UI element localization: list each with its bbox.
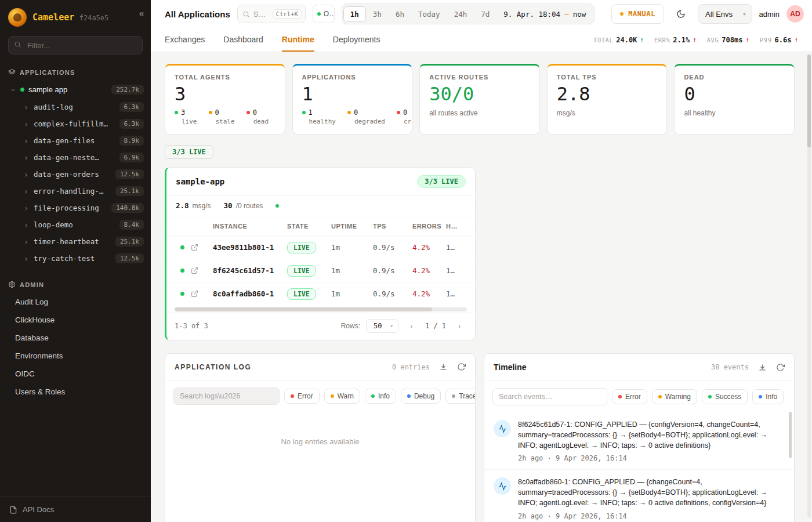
timeline-panel: Timeline 38 events [484, 353, 795, 522]
sidebar: Cameleer f24a5e5 « APPLICATIONS › sample… [0, 0, 151, 522]
page-scrollbar[interactable] [807, 55, 811, 517]
time-range-6h[interactable]: 6h [389, 6, 411, 22]
brand-name: Cameleer [32, 12, 74, 23]
timeline-events-count: 38 events [711, 363, 749, 371]
table-row[interactable]: 43ee9811b801-1 LIVE 1m 0.9/s 4.2% 1… [166, 235, 475, 259]
degraded-dot [347, 111, 351, 114]
app-root: Cameleer f24a5e5 « APPLICATIONS › sample… [0, 0, 812, 522]
manual-dot [620, 12, 624, 16]
rows-label: Rows: [341, 322, 360, 330]
chevron-down-icon: ▾ [390, 323, 393, 329]
sidebar-item-database[interactable]: Database [0, 329, 151, 347]
timeline-filter-success[interactable]: Success [702, 389, 748, 404]
search-placeholder: S… [253, 10, 269, 19]
state-badge: LIVE [287, 288, 316, 300]
tab-dashboard[interactable]: Dashboard [223, 28, 263, 52]
log-filter-warn[interactable]: Warn [324, 389, 360, 404]
date-range-display[interactable]: 9. Apr. 18:04 — now [496, 10, 593, 19]
critical-dot [397, 111, 400, 114]
time-range-24h[interactable]: 24h [447, 6, 474, 22]
stat-card-active-routes: ACTIVE ROUTES 30/0 all routes active [419, 64, 540, 135]
rows-per-page-select[interactable]: 50 ▾ [366, 319, 398, 333]
external-link-icon[interactable] [191, 244, 213, 251]
log-search-input[interactable] [173, 387, 280, 405]
log-filter-error[interactable]: Error [284, 389, 320, 404]
table-row[interactable]: 8f6245c61d57-1 LIVE 1m 0.9/s 4.2% 1… [166, 259, 475, 282]
timeline-filter-warning[interactable]: Warning [652, 389, 697, 404]
time-range-7d[interactable]: 7d [474, 6, 496, 22]
timeline-filter-info[interactable]: Info [752, 389, 784, 404]
sidebar-route-timer-heartbeat[interactable]: › timer-heartbeat 25.1k [0, 233, 151, 250]
sidebar-item-sample-app[interactable]: › sample app 252.7k [0, 81, 151, 99]
sidebar-route-data-gen-nested[interactable]: › data-gen-neste… 6.9k [0, 149, 151, 166]
sidebar-route-complex-fulfillment[interactable]: › complex-fulfillm… 6.3k [0, 115, 151, 132]
prev-page-button[interactable]: ‹ [404, 318, 419, 334]
live-summary-badge[interactable]: 3/3 LIVE [165, 145, 213, 159]
chevron-right-icon: › [23, 137, 29, 145]
sidebar-item-clickhouse[interactable]: ClickHouse [0, 311, 151, 329]
build-hash: f24a5e5 [79, 14, 109, 22]
sidebar-route-data-gen-orders[interactable]: › data-gen-orders 12.5k [0, 166, 151, 183]
sidebar-route-try-catch-test[interactable]: › try-catch-test 12.5k [0, 250, 151, 267]
external-link-icon[interactable] [191, 290, 213, 298]
success-dot [708, 395, 712, 398]
global-search[interactable]: S… Ctrl+K [237, 5, 306, 23]
table-row[interactable]: 8c0affadb860-1 LIVE 1m 0.9/s 4.2% 1… [166, 282, 475, 305]
document-icon [9, 506, 17, 514]
sample-app-card: sample-app 3/3 LIVE 2.8 msg/s 30 /0 rout… [165, 167, 476, 340]
next-page-button[interactable]: › [452, 318, 467, 334]
download-icon[interactable] [758, 363, 767, 372]
timeline-event[interactable]: 8f6245c61d57-1: CONFIG_APPLIED — {config… [484, 412, 794, 470]
filter-input[interactable] [8, 36, 143, 55]
tab-deployments[interactable]: Deployments [333, 28, 380, 52]
dark-mode-toggle[interactable] [671, 4, 691, 24]
gear-icon [8, 281, 16, 288]
time-range-3h[interactable]: 3h [366, 6, 389, 22]
chevron-right-icon: › [23, 238, 29, 246]
time-range-1h[interactable]: 1h [343, 6, 366, 22]
substat-degraded: 0 degraded [347, 108, 385, 125]
dead-dot [246, 111, 250, 114]
healthy-dot [302, 111, 306, 114]
api-docs-link[interactable]: API Docs [0, 496, 151, 522]
live-summary-row: 3/3 LIVE [165, 145, 795, 159]
chevron-right-icon: › [23, 154, 29, 162]
instance-table-header: INSTANCE STATE UPTIME TPS ERRORS H… [166, 216, 475, 235]
sidebar-route-audit-log[interactable]: › audit-log 6.3k [0, 99, 151, 115]
tab-runtime[interactable]: Runtime [282, 28, 314, 52]
sidebar-route-loop-demo[interactable]: › loop-demo 8.4k [0, 216, 151, 233]
sidebar-route-file-processing[interactable]: › file-processing 140.8k [0, 200, 151, 216]
timeline-scrollbar[interactable] [789, 412, 792, 458]
warn-dot [331, 394, 334, 398]
log-filter-info[interactable]: Info [365, 389, 396, 404]
user-avatar[interactable]: AD [786, 5, 804, 23]
sidebar-item-audit-log[interactable]: Audit Log [0, 293, 151, 311]
chevron-right-icon: › [23, 204, 29, 212]
external-link-icon[interactable] [191, 267, 213, 274]
environment-select[interactable]: All Envs ▾ [698, 4, 752, 24]
timeline-filter-error[interactable]: Error [612, 389, 647, 404]
online-status-chip[interactable]: O… [313, 5, 335, 23]
log-filter-debug[interactable]: Debug [401, 389, 441, 404]
timeline-event[interactable]: 8c0affadb860-1: CONFIG_APPLIED — {change… [484, 470, 794, 522]
stat-card-dead: DEAD 0 all healthy [674, 64, 795, 135]
horizontal-scrollbar[interactable] [175, 307, 467, 311]
refresh-icon[interactable] [776, 363, 785, 372]
sidebar-route-error-handling[interactable]: › error-handling-… 25.1k [0, 183, 151, 200]
sidebar-route-data-gen-files[interactable]: › data-gen-files 8.9k [0, 132, 151, 149]
refresh-icon[interactable] [457, 362, 466, 371]
manual-refresh-button[interactable]: MANUAL [611, 4, 664, 24]
log-filter-trace[interactable]: Trace [445, 389, 476, 404]
collapse-sidebar-icon[interactable]: « [139, 8, 144, 18]
sidebar-item-oidc[interactable]: OIDC [0, 365, 151, 383]
download-icon[interactable] [439, 362, 448, 371]
timeline-search-input[interactable] [492, 388, 607, 405]
tab-exchanges[interactable]: Exchanges [165, 28, 205, 52]
metric-total: TOTAL 24.0K ↑ [593, 36, 644, 44]
sidebar-item-users-roles[interactable]: Users & Roles [0, 383, 151, 401]
sidebar-item-environments[interactable]: Environments [0, 347, 151, 365]
trace-dot [452, 394, 455, 398]
count-badge: 140.8k [111, 203, 144, 213]
time-range-today[interactable]: Today [411, 6, 447, 22]
empty-grid-cell [484, 167, 795, 340]
